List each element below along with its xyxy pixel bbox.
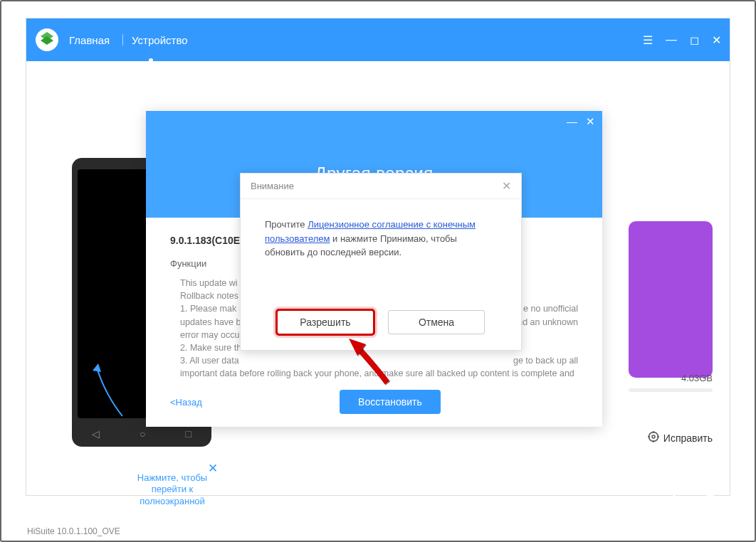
attention-title: Внимание — [251, 181, 294, 191]
menu-icon[interactable]: ☰ — [643, 33, 653, 47]
phone-fullscreen-hint: Нажмите, чтобы перейти к полноэкранной — [126, 472, 219, 507]
puzzle-icon — [668, 477, 714, 520]
dialog-minimize-icon[interactable]: — — [567, 115, 577, 128]
close-icon[interactable]: ✕ — [712, 33, 721, 47]
storage-panel — [629, 221, 713, 378]
storage-size-label: 4.03GB — [681, 373, 713, 383]
app-logo-icon — [35, 28, 59, 52]
phone-home-icon: ○ — [140, 428, 145, 440]
fix-button[interactable]: Исправить — [648, 431, 713, 445]
svg-point-1 — [649, 432, 658, 442]
svg-point-2 — [652, 435, 655, 438]
nav-separator — [122, 34, 123, 46]
nav-device[interactable]: Устройство — [132, 34, 187, 46]
nav-home[interactable]: Главная — [69, 34, 110, 46]
attention-text-pre: Прочтите — [265, 219, 308, 230]
storage-bar — [629, 388, 713, 392]
fix-label: Исправить — [663, 432, 713, 444]
attention-header: Внимание ✕ — [241, 174, 521, 199]
cancel-button[interactable]: Отмена — [388, 310, 485, 334]
dialog-close-icon[interactable]: ✕ — [586, 115, 595, 128]
phone-back-icon: ◁ — [92, 428, 100, 440]
attention-body: Прочтите Лицензионное соглашение с конеч… — [241, 199, 521, 260]
status-bar: HiSuite 10.0.1.100_OVE — [27, 526, 120, 536]
minimize-icon[interactable]: — — [666, 33, 677, 47]
attention-close-icon[interactable]: ✕ — [502, 179, 511, 193]
restore-button[interactable]: Восстановить — [340, 390, 441, 414]
maximize-icon[interactable]: ◻ — [690, 33, 699, 47]
titlebar: Главная Устройство ☰ — ◻ ✕ — [26, 18, 730, 61]
allow-button[interactable]: Разрешить — [277, 310, 374, 334]
gear-icon — [648, 431, 659, 445]
attention-dialog: Внимание ✕ Прочтите Лицензионное соглаше… — [240, 173, 522, 351]
back-link[interactable]: <Назад — [170, 397, 202, 408]
phone-recent-icon: □ — [186, 428, 191, 440]
